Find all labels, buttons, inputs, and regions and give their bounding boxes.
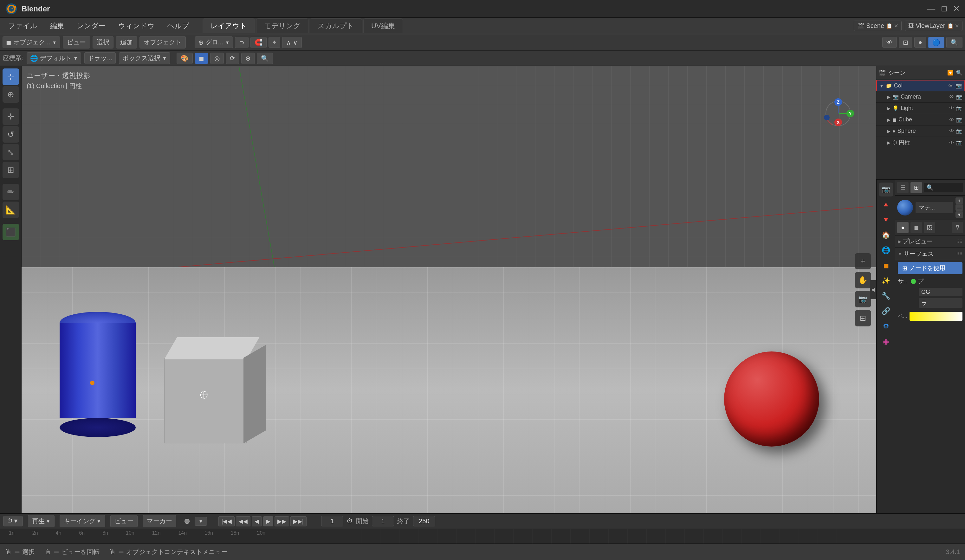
viewport[interactable]: ユーザー・透視投影 (1) Collection | 円柱 Z Y X + ✋ …	[21, 66, 876, 513]
menu-edit[interactable]: 編集	[44, 20, 70, 33]
scene-selector[interactable]: 🎬 Scene 📋 ✕	[854, 21, 901, 31]
tab-uv[interactable]: UV編集	[363, 18, 403, 33]
jump-end-btn[interactable]: ▶▶|	[290, 516, 307, 526]
color-btn-2[interactable]: ◼	[195, 52, 208, 64]
play-btn[interactable]: ▶	[263, 516, 273, 526]
outliner-item-col[interactable]: ▼ 📁 Col 👁 📷	[876, 80, 965, 91]
minimize-button[interactable]: —	[927, 4, 935, 14]
outliner-item-camera[interactable]: ▶ 📷 Camera 👁 📷	[876, 91, 965, 103]
light-render[interactable]: 📷	[956, 105, 962, 111]
cam-render[interactable]: 📷	[956, 94, 962, 100]
close-button[interactable]: ✕	[953, 4, 960, 14]
mirror-btn[interactable]: ∧ ∨	[282, 37, 302, 48]
color-btn-3[interactable]: ◎	[210, 52, 224, 64]
expand-light[interactable]: ▶	[887, 106, 890, 111]
transform-btn[interactable]: ⌖	[268, 37, 280, 48]
light-visibility[interactable]: 👁	[949, 106, 954, 111]
base-color-swatch[interactable]	[909, 312, 962, 321]
marker-btn[interactable]: マーカー	[143, 515, 176, 527]
gizmo-y-button[interactable]: Y	[846, 109, 854, 117]
outliner-item-light[interactable]: ▶ 💡 Light 👁 📷	[876, 103, 965, 114]
tool-move[interactable]: ✛	[3, 108, 19, 125]
tool-transform[interactable]: ⊞	[3, 162, 19, 178]
viewport-overlays[interactable]: 👁	[882, 37, 897, 48]
cube-render[interactable]: 📷	[956, 117, 962, 122]
zoom-in-btn[interactable]: +	[855, 253, 871, 269]
mat-sphere-preview[interactable]: ●	[897, 222, 909, 233]
tool-rotate[interactable]: ↺	[3, 126, 19, 143]
outliner-filter-icon[interactable]: 🔽	[947, 70, 954, 76]
tool-annotate[interactable]: ✏	[3, 184, 19, 200]
material-expand-btn[interactable]: ▼	[955, 211, 963, 218]
tool-scale[interactable]: ⤡	[3, 144, 19, 160]
current-frame-input[interactable]	[321, 516, 343, 526]
sphere-render[interactable]: 📷	[956, 128, 962, 134]
render-mode-solid[interactable]: ●	[914, 37, 926, 48]
timeline-body[interactable]: 1n 2n 4n 6n 8n 10n 12n 14n 16n 18n 20n	[0, 529, 965, 544]
object-menu[interactable]: オブジェクト	[139, 36, 186, 49]
expand-cube[interactable]: ▶	[887, 117, 890, 122]
preview-section-header[interactable]: ▶ プレビュー ⠿⠿	[895, 235, 965, 248]
gizmo-z-button[interactable]: Z	[834, 98, 842, 106]
tool-cursor[interactable]: ⊕	[3, 86, 19, 103]
outliner-item-cube[interactable]: ▶ ◼ Cube 👁 📷	[876, 114, 965, 126]
mode-selector[interactable]: ◼ オブジェク... ▼	[3, 36, 60, 48]
menu-render[interactable]: レンダー	[71, 20, 111, 33]
cyl-render[interactable]: 📷	[956, 139, 962, 145]
proportional-btn[interactable]: ⊃	[235, 37, 249, 48]
material-remove-btn[interactable]: —	[955, 204, 963, 211]
cam-visibility[interactable]: 👁	[949, 94, 954, 100]
sphere-object[interactable]	[724, 351, 819, 447]
color-btn-5[interactable]: ⊕	[241, 52, 255, 64]
start-frame-input[interactable]	[372, 516, 394, 526]
render-mode-render[interactable]: 🔵	[928, 37, 944, 48]
select-menu[interactable]: 選択	[93, 36, 113, 49]
outliner-search-icon[interactable]: 🔍	[956, 70, 962, 76]
global-selector[interactable]: ⊕ グロ... ▼	[195, 36, 233, 48]
coord-selector[interactable]: 🌐 デフォルト ▼	[27, 52, 82, 64]
cube-object[interactable]	[155, 348, 262, 443]
col-visibility[interactable]: 👁	[949, 83, 954, 89]
snap-btn[interactable]: 🧲	[250, 37, 267, 48]
nodes-button[interactable]: ⊞ ノードを使用	[898, 262, 962, 274]
tool-add-cube[interactable]: ⬛	[3, 224, 19, 240]
ra-dropdown[interactable]: ラ	[919, 298, 962, 308]
outliner-item-sphere[interactable]: ▶ ● Sphere 👁 📷	[876, 126, 965, 137]
props-object-icon[interactable]: ◼	[879, 259, 893, 273]
mat-filter-icon[interactable]: ⊽	[952, 222, 963, 233]
view-menu[interactable]: ビュー	[63, 36, 90, 49]
color-btn-4[interactable]: ⟳	[226, 52, 239, 64]
props-scene-icon[interactable]: 🏠	[879, 228, 893, 242]
props-constraints-icon[interactable]: 🔗	[879, 304, 893, 318]
end-frame-input[interactable]	[413, 516, 435, 526]
surface-section-header[interactable]: ▼ サーフェス ⠿⠿	[895, 248, 965, 260]
tab-modeling[interactable]: モデリング	[256, 18, 309, 33]
props-world-icon[interactable]: 🌐	[879, 243, 893, 257]
material-name-field[interactable]: マテ...	[916, 202, 953, 213]
step-back-btn[interactable]: ◀	[252, 516, 262, 526]
add-menu[interactable]: 追加	[116, 36, 137, 49]
jump-start-btn[interactable]: |◀◀	[218, 516, 235, 526]
step-fwd-btn[interactable]: ▶▶	[275, 516, 289, 526]
props-view-layer-icon[interactable]: 🔻	[879, 213, 893, 227]
tool-measure[interactable]: 📐	[3, 202, 19, 218]
panel-collapse-btn[interactable]: ◀	[870, 280, 876, 299]
props-particles-icon[interactable]: ✨	[879, 274, 893, 288]
sphere-visibility[interactable]: 👁	[949, 128, 954, 134]
cylinder-object[interactable]	[60, 312, 136, 437]
view-timeline-btn[interactable]: ビュー	[110, 515, 137, 527]
search-btn[interactable]: 🔍	[946, 37, 962, 48]
keying-btn[interactable]: キーイング ▼	[60, 515, 105, 527]
cube-visibility[interactable]: 👁	[949, 117, 954, 122]
props-output-icon[interactable]: 🔺	[879, 198, 893, 212]
gizmo-neg-button[interactable]	[824, 115, 830, 121]
material-add-btn[interactable]: +	[955, 198, 963, 204]
expand-cyl[interactable]: ▶	[887, 140, 890, 145]
prev-keyframe-btn[interactable]: ◀◀	[236, 516, 250, 526]
menu-window[interactable]: ウィンドウ	[113, 20, 160, 33]
col-expand[interactable]: ▼	[879, 83, 884, 88]
props-material-icon[interactable]: ◉	[879, 335, 893, 349]
drag-selector[interactable]: ドラッ...	[84, 52, 116, 64]
outliner-item-cylinder[interactable]: ▶ ⬡ 円柱 👁 📷	[876, 137, 965, 148]
props-render-icon[interactable]: 📷	[879, 183, 893, 196]
